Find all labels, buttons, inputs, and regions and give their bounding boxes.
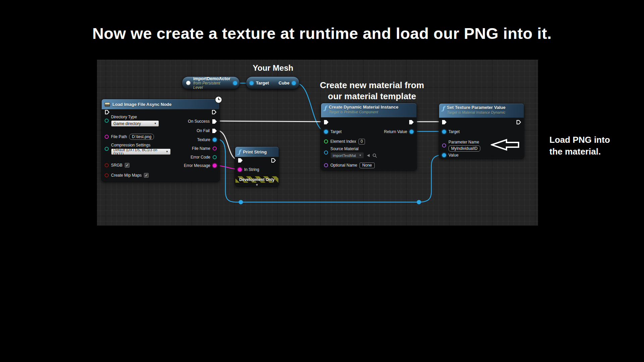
node-load-image-file-async[interactable]: Load Image File Async Node Directory Typ… — [101, 99, 220, 182]
parameter-name-pin[interactable] — [442, 143, 446, 147]
error-code-row: Error Code — [191, 154, 217, 161]
mipmaps-label: Create Mip Maps — [111, 173, 142, 178]
target-pin[interactable] — [442, 130, 446, 134]
use-asset-arrow-icon[interactable] — [366, 154, 370, 158]
load-png-line1: Load PNG into — [549, 134, 610, 146]
compression-pin[interactable] — [105, 147, 109, 151]
exec-out-pin[interactable] — [271, 158, 276, 163]
exec-out-pin[interactable] — [516, 120, 521, 125]
mipmaps-checkbox[interactable]: ✓ — [144, 173, 149, 178]
mipmaps-pin[interactable] — [105, 173, 109, 177]
exec-in-pin[interactable] — [442, 120, 447, 125]
exec-in-pin[interactable] — [238, 158, 243, 163]
file-name-row: File Name — [192, 145, 217, 152]
reroute-node[interactable] — [239, 200, 243, 204]
element-index-input[interactable]: 0 — [359, 139, 365, 144]
browse-asset-icon[interactable] — [372, 153, 377, 158]
value-label: Value — [448, 153, 459, 158]
create-material-line2: our material template — [318, 91, 426, 102]
return-value-row: Return Value — [384, 128, 414, 135]
directory-type-dropdown[interactable]: Game directory ▼ — [111, 120, 159, 127]
actor-output-pin[interactable] — [233, 81, 237, 85]
error-code-pin[interactable] — [213, 155, 217, 159]
node-create-dynamic-material-instance[interactable]: ƒ Create Dynamic Material Instance Targe… — [321, 103, 417, 170]
element-index-label: Element Index — [330, 139, 356, 144]
file-path-label: File Path — [111, 134, 127, 139]
blueprint-graph-canvas[interactable]: Your Mesh Create new material from our m… — [97, 60, 538, 226]
ps-exec-out-row — [271, 157, 276, 164]
set-texture-title: Set Texture Parameter Value — [447, 105, 505, 110]
srgb-pin[interactable] — [105, 163, 109, 167]
set-texture-subtitle: Target is Material Instance Dynamic — [447, 110, 505, 114]
on-fail-row: On Fail — [197, 127, 217, 134]
on-fail-pin[interactable] — [212, 128, 217, 133]
cube-output-pin[interactable] — [292, 81, 296, 85]
optional-name-input[interactable]: None — [360, 163, 375, 168]
parameter-name-input[interactable]: MyIndividualID — [448, 145, 480, 152]
compression-label: Compression Settings — [111, 143, 171, 147]
print-string-header[interactable]: ƒ Print String — [235, 147, 279, 157]
load-png-label: Load PNG into the material. — [549, 134, 610, 158]
dmi-target-row: Target — [324, 128, 341, 135]
stp-exec-out-row — [516, 119, 521, 125]
source-material-label: Source Material — [330, 146, 377, 151]
file-name-pin[interactable] — [213, 146, 217, 150]
node-print-string[interactable]: ƒ Print String In String Development Onl… — [235, 146, 279, 186]
cube-target-pin[interactable] — [250, 81, 254, 85]
error-message-row: Error Message — [184, 162, 217, 169]
your-mesh-label: Your Mesh — [245, 63, 302, 73]
wire-onsuccess-exec[interactable] — [217, 121, 325, 122]
on-success-row: On Success — [188, 118, 217, 125]
node-import-demo-actor[interactable]: importDemoActor from Persistent Level — [182, 76, 240, 89]
print-string-title: Print String — [243, 149, 267, 155]
texture-pin[interactable] — [213, 138, 217, 142]
compression-dropdown[interactable]: Default (DXT1/5, BC1/3 on DX11) ▼ — [111, 148, 171, 155]
function-icon: ƒ — [238, 149, 240, 155]
dmi-exec-out-row — [409, 119, 414, 125]
element-index-pin[interactable] — [324, 139, 328, 143]
target-label: Target — [448, 129, 460, 134]
optional-name-pin[interactable] — [324, 163, 328, 167]
target-pin[interactable] — [324, 130, 328, 134]
value-pin[interactable] — [442, 153, 446, 157]
page-title: Now we create a texture at runtime and l… — [0, 24, 644, 43]
actor-sphere-icon — [186, 81, 191, 85]
file-path-input[interactable]: D:\test.png — [129, 134, 154, 140]
exec-in-pin[interactable] — [324, 120, 329, 125]
latent-clock-icon — [215, 96, 222, 105]
srgb-checkbox[interactable]: ✓ — [125, 163, 129, 168]
directory-type-row: Directory Type Game directory ▼ — [105, 114, 159, 127]
file-path-row: File Path D:\test.png — [105, 133, 154, 140]
file-path-pin[interactable] — [105, 135, 109, 139]
optional-name-label: Optional Name — [330, 163, 357, 168]
compression-value: Default (DXT1/5, BC1/3 on DX11) — [113, 148, 164, 156]
source-material-pin[interactable] — [324, 150, 328, 155]
caret-down-icon: ▼ — [359, 154, 362, 157]
exec-out-pin[interactable] — [409, 120, 414, 125]
source-material-dropdown[interactable]: importTestMat ▼ — [330, 152, 364, 159]
exec-out-pin[interactable] — [212, 110, 217, 115]
async-task-icon — [105, 102, 110, 107]
in-string-row: In String — [238, 166, 259, 173]
reroute-node[interactable] — [417, 200, 421, 204]
create-material-label: Create new material from our material te… — [318, 80, 426, 102]
directory-type-pin[interactable] — [105, 119, 109, 123]
texture-label: Texture — [197, 137, 210, 142]
load-png-line2: the material. — [549, 146, 610, 158]
error-code-label: Error Code — [191, 155, 210, 160]
return-value-pin[interactable] — [410, 130, 414, 134]
error-message-pin[interactable] — [213, 164, 217, 168]
load-image-header[interactable]: Load Image File Async Node — [102, 99, 219, 109]
node-cube-component[interactable]: Target Cube — [246, 76, 300, 89]
expand-node-caret[interactable]: ▼ — [235, 183, 279, 187]
create-dmi-header[interactable]: ƒ Create Dynamic Material Instance Targe… — [321, 103, 417, 117]
in-string-pin[interactable] — [238, 168, 242, 172]
actor-subtitle: from Persistent Level — [193, 81, 230, 90]
parameter-name-label: Parameter Name — [448, 140, 480, 144]
in-string-label: In String — [244, 167, 259, 172]
srgb-label: SRGB — [111, 163, 122, 168]
compression-row: Compression Settings Default (DXT1/5, BC… — [105, 142, 171, 156]
on-fail-label: On Fail — [197, 128, 210, 133]
set-texture-header[interactable]: ƒ Set Texture Parameter Value Target is … — [439, 104, 524, 118]
on-success-pin[interactable] — [212, 119, 217, 124]
